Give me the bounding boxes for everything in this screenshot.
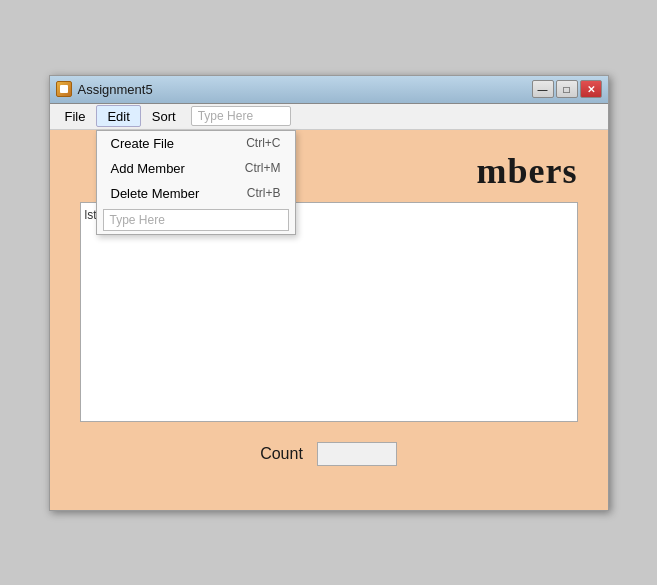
main-window: Assignment5 — □ ✕ File Edit Sort Type He…: [49, 75, 609, 511]
count-label: Count: [260, 445, 303, 463]
count-value-box[interactable]: [317, 442, 397, 466]
edit-dropdown-menu: Create File Ctrl+C Add Member Ctrl+M Del…: [96, 130, 296, 235]
title-bar-left: Assignment5: [56, 81, 153, 97]
menu-edit[interactable]: Edit: [96, 105, 140, 127]
app-icon: [56, 81, 72, 97]
title-controls: — □ ✕: [532, 80, 602, 98]
title-bar: Assignment5 — □ ✕: [50, 76, 608, 104]
members-listbox[interactable]: lstMembers: [80, 202, 578, 422]
dropdown-item-create-file[interactable]: Create File Ctrl+C: [97, 131, 295, 156]
count-row: Count: [80, 442, 578, 466]
maximize-button[interactable]: □: [556, 80, 578, 98]
dropdown-item-delete-member[interactable]: Delete Member Ctrl+B: [97, 181, 295, 206]
minimize-button[interactable]: —: [532, 80, 554, 98]
dropdown-item-add-member[interactable]: Add Member Ctrl+M: [97, 156, 295, 181]
close-button[interactable]: ✕: [580, 80, 602, 98]
menu-search-input[interactable]: Type Here: [191, 106, 291, 126]
dropdown-search-input[interactable]: Type Here: [103, 209, 289, 231]
menu-bar: File Edit Sort Type Here Create File Ctr…: [50, 104, 608, 130]
menu-file[interactable]: File: [54, 105, 97, 127]
menu-sort[interactable]: Sort: [141, 105, 187, 127]
window-title: Assignment5: [78, 82, 153, 97]
